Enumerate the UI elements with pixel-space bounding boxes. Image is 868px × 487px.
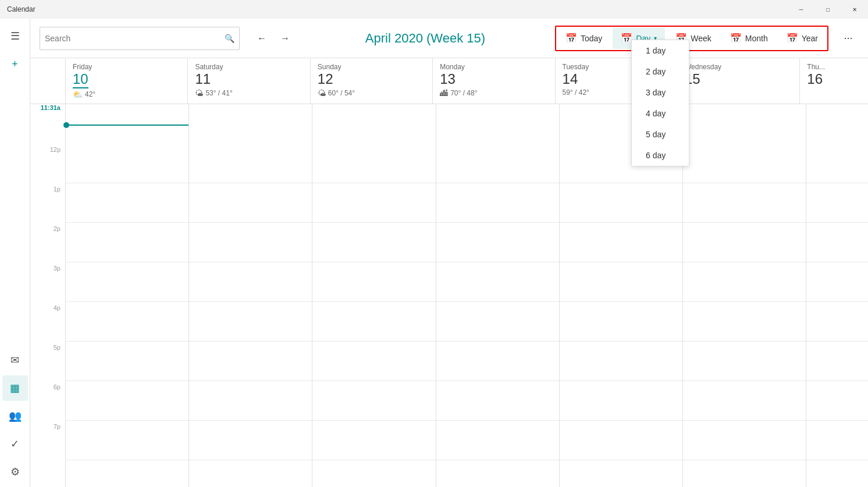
tasks-nav-button[interactable]: ✓ (2, 431, 28, 457)
hour-cell[interactable] (312, 421, 435, 460)
hour-cell[interactable] (560, 302, 682, 342)
today-icon: 📅 (565, 33, 577, 44)
hour-cell[interactable] (436, 144, 559, 183)
weather-icon-sat: 🌤 (195, 88, 203, 98)
time-label-6p: 6p (30, 381, 65, 421)
toolbar: 🔍 ← → April 2020 (Week 15) 📅 Today 📅 Day… (30, 19, 868, 58)
time-gutter-header (30, 58, 65, 104)
hour-cell[interactable] (66, 183, 188, 223)
maximize-button[interactable]: □ (814, 0, 841, 19)
hour-cell[interactable] (66, 302, 188, 342)
month-icon: 📅 (730, 33, 742, 44)
hour-cell[interactable] (806, 183, 868, 223)
hour-cell[interactable] (312, 262, 435, 302)
col-monday (436, 104, 559, 487)
hour-cell[interactable] (312, 183, 435, 223)
hour-cell[interactable] (436, 183, 559, 223)
hour-cell[interactable] (560, 381, 682, 421)
hour-cell[interactable] (189, 262, 312, 302)
hour-cell[interactable] (312, 223, 435, 262)
dropdown-item-6day[interactable]: 6 day (632, 145, 689, 166)
hour-cell[interactable] (560, 421, 682, 460)
hour-cell[interactable] (436, 342, 559, 381)
hour-cell[interactable] (66, 342, 188, 381)
app-title: Calendar (7, 5, 35, 13)
close-button[interactable]: ✕ (841, 0, 868, 19)
today-button[interactable]: 📅 Today (557, 28, 610, 49)
hour-cell[interactable] (312, 302, 435, 342)
mail-nav-button[interactable]: ✉ (2, 347, 28, 373)
hour-cell[interactable] (189, 421, 312, 460)
hour-cell[interactable] (436, 302, 559, 342)
hour-cell[interactable] (66, 223, 188, 262)
hour-cell[interactable] (312, 144, 435, 183)
hour-cell[interactable] (683, 223, 806, 262)
hour-cell[interactable] (806, 144, 868, 183)
year-view-button[interactable]: 📅 Year (778, 28, 826, 49)
minimize-button[interactable]: ─ (788, 0, 814, 19)
hour-cell[interactable] (189, 381, 312, 421)
hour-cell[interactable] (560, 342, 682, 381)
hour-cell[interactable] (683, 342, 806, 381)
hour-cell[interactable] (66, 144, 188, 183)
hamburger-menu-button[interactable]: ☰ (2, 23, 28, 49)
day-header-saturday: Saturday 11 🌤 53° / 41° (187, 58, 310, 104)
add-button[interactable]: + (2, 51, 28, 77)
hour-cell[interactable] (806, 262, 868, 302)
hour-cell[interactable] (66, 421, 188, 460)
hour-cell[interactable] (189, 144, 312, 183)
hour-cell[interactable] (806, 342, 868, 381)
hour-cell[interactable] (436, 262, 559, 302)
month-view-button[interactable]: 📅 Month (722, 28, 776, 49)
hour-cell[interactable] (66, 262, 188, 302)
dropdown-item-2day[interactable]: 2 day (632, 61, 689, 82)
main-area: 🔍 ← → April 2020 (Week 15) 📅 Today 📅 Day… (30, 19, 868, 487)
hour-cell[interactable] (806, 223, 868, 262)
calendar-area: Friday 10 ⛅ 42° Saturday 11 🌤 53° / 41° (30, 58, 868, 487)
day-header-thursday: Thu... 16 (799, 58, 868, 104)
hour-cell[interactable] (683, 144, 806, 183)
weather-icon-mon: 🏙 (440, 88, 448, 98)
calendar-nav-button[interactable]: ▦ (2, 375, 28, 401)
prev-button[interactable]: ← (251, 28, 272, 49)
dropdown-item-3day[interactable]: 3 day (632, 82, 689, 103)
settings-nav-button[interactable]: ⚙ (2, 459, 28, 485)
hour-cell[interactable] (683, 183, 806, 223)
people-nav-button[interactable]: 👥 (2, 403, 28, 429)
hour-cell[interactable] (560, 183, 682, 223)
hour-cell[interactable] (806, 421, 868, 460)
dropdown-item-4day[interactable]: 4 day (632, 103, 689, 124)
hour-cell[interactable] (683, 421, 806, 460)
hour-cell[interactable] (436, 223, 559, 262)
hour-cell[interactable] (436, 381, 559, 421)
search-input[interactable] (45, 34, 225, 43)
day-header-sunday: Sunday 12 🌤 60° / 54° (310, 58, 432, 104)
hour-cell[interactable] (683, 262, 806, 302)
hour-cell[interactable] (66, 381, 188, 421)
hour-cell[interactable] (189, 183, 312, 223)
hour-cell[interactable] (560, 223, 682, 262)
next-button[interactable]: → (275, 28, 296, 49)
hour-cell[interactable] (683, 302, 806, 342)
hour-cell[interactable] (189, 302, 312, 342)
hour-cell[interactable] (683, 381, 806, 421)
col-sunday (312, 104, 435, 487)
hour-cell[interactable] (189, 342, 312, 381)
col-saturday (188, 104, 312, 487)
current-time-label: 11:31a (41, 104, 61, 111)
hour-cell[interactable] (312, 381, 435, 421)
view-controls: 📅 Today 📅 Day ▾ 📅 Week 📅 Month 📅 (555, 26, 828, 51)
hour-cell[interactable] (312, 342, 435, 381)
hour-cell[interactable] (806, 302, 868, 342)
more-options-button[interactable]: ··· (838, 28, 859, 49)
dropdown-item-1day[interactable]: 1 day (632, 40, 689, 61)
search-box[interactable]: 🔍 (40, 27, 240, 50)
dropdown-item-5day[interactable]: 5 day (632, 124, 689, 145)
hour-cell[interactable] (189, 223, 312, 262)
hour-cell[interactable] (560, 262, 682, 302)
hour-cell[interactable] (806, 381, 868, 421)
time-label-5p: 5p (30, 342, 65, 381)
calendar-title: April 2020 (Week 15) (365, 31, 485, 46)
search-icon: 🔍 (225, 34, 234, 43)
hour-cell[interactable] (436, 421, 559, 460)
